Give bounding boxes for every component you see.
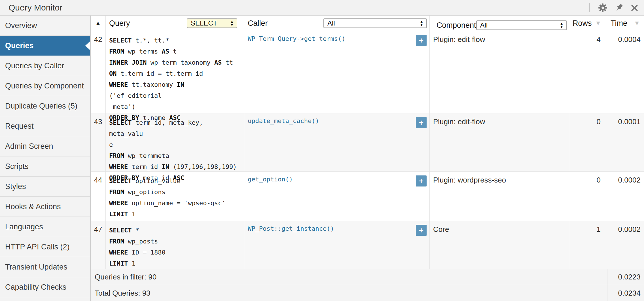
sidebar-item-label: Duplicate Queries (5) (5, 102, 77, 111)
expand-caller-button[interactable]: + (416, 225, 427, 236)
sidebar-item-scripts[interactable]: Scripts (0, 156, 90, 177)
table-row: 44 SELECT option_valueFROM wp_optionsWHE… (91, 172, 644, 221)
caller-column-label: Caller (244, 19, 268, 28)
component-filter-value: All (480, 21, 488, 29)
rows-cell: 4 (569, 31, 607, 113)
sort-desc-icon: ▼ (595, 20, 601, 27)
titlebar-divider (589, 3, 590, 12)
caller-link[interactable]: get_option() (244, 172, 293, 183)
query-sql: SELECT t.*, tt.*FROM wp_terms AS tINNER … (106, 31, 244, 126)
select-spinner-icon: ▲▼ (228, 20, 234, 26)
caller-filter-value: All (327, 19, 335, 27)
sidebar-item-styles[interactable]: Styles (0, 177, 90, 197)
close-icon (630, 3, 639, 12)
table-row: 43 SELECT term_id, meta_key, meta_valueF… (91, 113, 644, 172)
expand-caller-button[interactable]: + (416, 117, 427, 128)
query-sql: SELECT *FROM wp_postsWHERE ID = 1880LIMI… (106, 221, 244, 271)
sidebar-item-label: Transient Updates (5, 263, 67, 272)
component-cell: Core (430, 221, 569, 269)
plus-icon: + (419, 177, 423, 186)
sidebar-item-label: Hooks & Actions (5, 202, 61, 211)
sidebar-item-label: Capability Checks (5, 283, 66, 292)
caller-link[interactable]: WP_Post::get_instance() (244, 221, 334, 232)
queries-in-filter-label: Queries in filter: 90 (91, 273, 607, 281)
expand-caller-button[interactable]: + (416, 35, 427, 46)
component-cell: Plugin: edit-flow (430, 113, 569, 171)
rows-sort-header[interactable]: Rows ▼ (569, 16, 607, 31)
query-filter-value: SELECT (191, 19, 217, 27)
time-sort-header[interactable]: Time ▼ (607, 16, 644, 31)
query-header-cell: Query SELECT ▲▼ (106, 16, 244, 31)
sidebar-item-admin-screen[interactable]: Admin Screen (0, 136, 90, 156)
query-type-filter-select[interactable]: SELECT ▲▼ (187, 18, 237, 28)
queries-panel: ▲ Query SELECT ▲▼ Caller All ▲▼ Componen… (91, 16, 644, 301)
table-row: 42 SELECT t.*, tt.*FROM wp_terms AS tINN… (91, 31, 644, 113)
sidebar-item-transient-updates[interactable]: Transient Updates (0, 257, 90, 277)
rows-cell: 0 (569, 113, 607, 171)
sidebar-item-request[interactable]: Request (0, 116, 90, 136)
sidebar-item-label: Admin Screen (5, 142, 53, 151)
sidebar-item-label: Queries by Component (5, 82, 84, 90)
expand-caller-button[interactable]: + (416, 175, 427, 186)
rows-cell: 1 (569, 221, 607, 269)
component-column-label: Component (433, 21, 476, 30)
queries-in-filter-row: Queries in filter: 90 0.0223 (91, 269, 644, 285)
caller-link[interactable]: update_meta_cache() (244, 113, 319, 124)
plus-icon: + (419, 36, 423, 45)
caller-header-cell: Caller All ▲▼ (244, 16, 430, 31)
query-number: 42 (91, 31, 106, 113)
caller-link[interactable]: WP_Term_Query->get_terms() (244, 31, 345, 42)
query-number: 43 (91, 113, 106, 171)
time-cell: 0.0001 (607, 113, 644, 171)
sidebar-item-label: Languages (5, 222, 43, 231)
query-number: 47 (91, 221, 106, 269)
sidebar-item-http-api-calls[interactable]: HTTP API Calls (2) (0, 237, 90, 257)
sidebar-item-queries-by-component[interactable]: Queries by Component (0, 76, 90, 96)
sidebar-item-label: Queries (5, 41, 34, 50)
sidebar-item-label: Overview (5, 21, 37, 30)
select-spinner-icon: ▲▼ (557, 22, 564, 28)
caller-filter-select[interactable]: All ▲▼ (323, 18, 427, 28)
sidebar-item-label: Styles (5, 182, 26, 191)
sort-asc-icon: ▲ (95, 20, 101, 27)
queries-in-filter-time: 0.0223 (607, 269, 644, 285)
sort-header-cell[interactable]: ▲ (91, 16, 106, 31)
sidebar-item-label: Queries by Caller (5, 62, 64, 70)
pin-icon (614, 3, 624, 13)
time-cell: 0.0004 (607, 31, 644, 113)
sidebar: Overview Queries Queries by Caller Queri… (0, 16, 91, 301)
sidebar-item-queries[interactable]: Queries (0, 36, 90, 56)
sidebar-item-overview[interactable]: Overview (0, 16, 90, 36)
plus-icon: + (419, 226, 423, 235)
rows-column-label: Rows (573, 19, 592, 28)
time-column-label: Time (611, 19, 627, 28)
close-button[interactable] (630, 3, 639, 12)
component-header-cell: Component All ▲▼ (430, 16, 569, 31)
sort-desc-icon: ▼ (634, 20, 640, 27)
sidebar-item-label: Scripts (5, 162, 29, 171)
select-spinner-icon: ▲▼ (417, 20, 423, 26)
page-title: Query Monitor (0, 3, 589, 12)
component-filter-select[interactable]: All ▲▼ (476, 20, 567, 30)
pin-button[interactable] (614, 3, 624, 13)
sidebar-item-label: Request (5, 122, 34, 131)
sidebar-item-hooks-actions[interactable]: Hooks & Actions (0, 197, 90, 217)
table-header: ▲ Query SELECT ▲▼ Caller All ▲▼ Componen… (91, 16, 644, 31)
query-column-label: Query (106, 19, 130, 28)
query-number: 44 (91, 172, 106, 221)
titlebar: Query Monitor (0, 0, 644, 16)
component-cell: Plugin: wordpress-seo (430, 172, 569, 221)
plus-icon: + (419, 118, 423, 127)
settings-button[interactable] (598, 3, 608, 13)
gear-icon (598, 3, 608, 13)
titlebar-tools (589, 3, 644, 13)
total-queries-time: 0.0234 (607, 285, 644, 301)
sidebar-item-queries-by-caller[interactable]: Queries by Caller (0, 56, 90, 76)
time-cell: 0.0002 (607, 221, 644, 269)
sidebar-item-capability-checks[interactable]: Capability Checks (0, 277, 90, 297)
sidebar-item-label: HTTP API Calls (2) (5, 243, 70, 251)
sidebar-item-duplicate-queries[interactable]: Duplicate Queries (5) (0, 96, 90, 116)
sidebar-item-languages[interactable]: Languages (0, 217, 90, 237)
query-sql: SELECT option_valueFROM wp_optionsWHERE … (106, 172, 244, 222)
component-cell: Plugin: edit-flow (430, 31, 569, 113)
